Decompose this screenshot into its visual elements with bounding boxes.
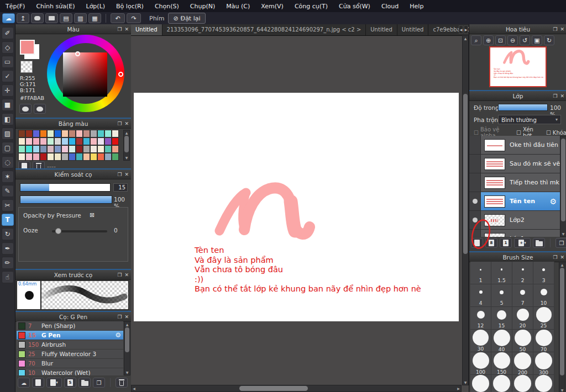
new-8bit-layer-button[interactable]: 8: [485, 238, 497, 248]
foreground-color-swatch[interactable]: [20, 40, 35, 55]
palette-swatch[interactable]: [33, 130, 40, 137]
palette-swatch[interactable]: [54, 153, 61, 161]
tab-scroll-right[interactable]: ▶: [464, 25, 468, 34]
brush-size-cell[interactable]: 1.5: [491, 262, 512, 284]
scroll-down-icon[interactable]: ▼: [124, 370, 130, 375]
palette-swatch[interactable]: [69, 153, 76, 161]
tool-button[interactable]: ◧: [2, 113, 14, 125]
gear-icon[interactable]: ⚙: [115, 331, 121, 339]
brush-row[interactable]: 150 Airbrush ⚙: [17, 340, 123, 349]
palette-swatch[interactable]: [83, 153, 90, 161]
navigator-button[interactable]: ⌕: [471, 35, 481, 45]
tool-button[interactable]: ▨: [2, 128, 14, 140]
palette-swatch[interactable]: [76, 145, 83, 153]
palette-swatch[interactable]: [54, 137, 61, 145]
brush-size-scrollbar[interactable]: ▲ ▼: [559, 262, 565, 392]
brush-size-cell[interactable]: 3: [533, 262, 554, 284]
tool-button[interactable]: ✏: [2, 257, 14, 269]
menu-item[interactable]: Màu (C): [221, 1, 255, 12]
tool-button[interactable]: ◇: [2, 41, 14, 54]
palette-swatch[interactable]: [90, 145, 97, 153]
scroll-up-icon[interactable]: ▲: [463, 36, 468, 41]
navigator-button[interactable]: ⊡: [495, 35, 506, 45]
cloud-sync-button[interactable]: ☁: [2, 13, 15, 23]
brush-size-cell[interactable]: 100: [470, 352, 491, 375]
scroll-down-icon[interactable]: ▼: [560, 231, 566, 236]
new-1bit-layer-button[interactable]: 1: [500, 238, 512, 248]
layer-visibility-toggle[interactable]: [469, 230, 481, 237]
palette-swatch[interactable]: [18, 130, 25, 137]
brush-size-cell[interactable]: 150: [491, 352, 512, 375]
close-icon[interactable]: ✕: [124, 314, 129, 320]
palette-swatch[interactable]: [61, 130, 69, 137]
palette-swatch[interactable]: [76, 130, 83, 137]
brush-size-cell[interactable]: 5: [491, 284, 512, 307]
brush-size-cell[interactable]: [533, 375, 554, 392]
palette-swatch[interactable]: [97, 137, 104, 145]
palette-swatch[interactable]: [54, 130, 61, 137]
brush-size-cell[interactable]: 4: [470, 284, 491, 307]
layer-opacity-slider[interactable]: [498, 104, 548, 111]
tool-button[interactable]: ✂: [2, 199, 14, 211]
menu-item[interactable]: Cửa sổ(W): [333, 1, 376, 12]
brush-size-cell[interactable]: 50: [512, 330, 533, 352]
palette-swatch[interactable]: [90, 137, 97, 145]
close-icon[interactable]: ✕: [124, 27, 129, 32]
layer-row[interactable]: Lớp2 ⚙: [469, 211, 560, 230]
palette-swatch[interactable]: [47, 137, 54, 145]
palette-swatch[interactable]: [40, 137, 47, 145]
menu-item[interactable]: Chụp(N): [185, 1, 221, 12]
brush-size-cell[interactable]: 15: [491, 307, 512, 330]
popout-icon[interactable]: ❐: [117, 314, 122, 320]
menu-item[interactable]: Bộ lọc(R): [111, 1, 149, 12]
palette-swatch[interactable]: [40, 153, 47, 161]
brush-row[interactable]: 7 Pen (Sharp) ⚙: [17, 321, 123, 331]
tab-scroll-left[interactable]: ◀: [459, 25, 463, 34]
canvas-hscrollbar[interactable]: ◀ ▶: [131, 385, 462, 392]
menu-item[interactable]: Help: [404, 1, 429, 12]
brush-opacity-slider[interactable]: [20, 195, 112, 204]
popout-icon[interactable]: ❐: [553, 27, 557, 32]
canvas-vscrollbar[interactable]: ▲ ▼: [462, 35, 469, 385]
palette-delete-button[interactable]: [33, 161, 45, 168]
tool-button[interactable]: ✒: [2, 242, 14, 255]
palette-swatch[interactable]: [83, 130, 90, 137]
popout-icon[interactable]: ❐: [553, 93, 557, 99]
tool-button[interactable]: ◌: [2, 156, 14, 168]
brush-size-cell[interactable]: 300: [533, 352, 554, 375]
navigator-button[interactable]: ↺: [520, 35, 530, 45]
palette-swatch[interactable]: [33, 145, 40, 153]
palette-swatch[interactable]: [33, 137, 40, 145]
popout-icon[interactable]: ❐: [117, 272, 122, 278]
layer-row[interactable]: Oke thì đầu tiên ba ⚙: [469, 136, 560, 155]
comment-button[interactable]: [31, 13, 44, 23]
brush-size-cell[interactable]: 25: [533, 307, 554, 330]
document-tab[interactable]: Untitled: [366, 24, 397, 35]
document-tab[interactable]: Untitled: [397, 24, 429, 35]
palette-swatch[interactable]: [33, 153, 40, 161]
brush-cloud-button[interactable]: ☁: [18, 378, 30, 388]
blend-mode-dropdown[interactable]: Bình thường ▾: [498, 115, 561, 124]
palette-swatch[interactable]: [112, 137, 119, 145]
popout-icon[interactable]: ❐: [117, 27, 122, 32]
undo-button[interactable]: ↶: [111, 13, 125, 23]
menu-item[interactable]: Công cụ(T): [289, 1, 333, 12]
palette-swatch[interactable]: [40, 145, 47, 153]
scroll-down-icon[interactable]: ▼: [463, 380, 468, 385]
brush-size-cell[interactable]: 70: [533, 330, 554, 352]
tool-button[interactable]: ☝: [2, 271, 14, 283]
tool-button[interactable]: T: [2, 214, 14, 226]
tool-button[interactable]: ✛: [2, 84, 14, 97]
hue-selector[interactable]: [118, 72, 123, 77]
brush-row[interactable]: 25 Fluffy Watercolor 3 ⚙: [17, 349, 123, 359]
menu-item[interactable]: Xem(V): [255, 1, 289, 12]
brush-size-slider[interactable]: [20, 183, 111, 192]
palette-swatch[interactable]: [54, 145, 61, 153]
tool-button[interactable]: ↻: [2, 228, 14, 240]
tool-button[interactable]: ✐: [2, 27, 14, 39]
brush-size-cell[interactable]: 1: [470, 262, 491, 284]
close-icon[interactable]: ✕: [560, 255, 564, 260]
palette-swatch[interactable]: [25, 153, 33, 161]
brush-size-cell[interactable]: [470, 375, 491, 392]
close-icon[interactable]: ✕: [560, 93, 564, 99]
